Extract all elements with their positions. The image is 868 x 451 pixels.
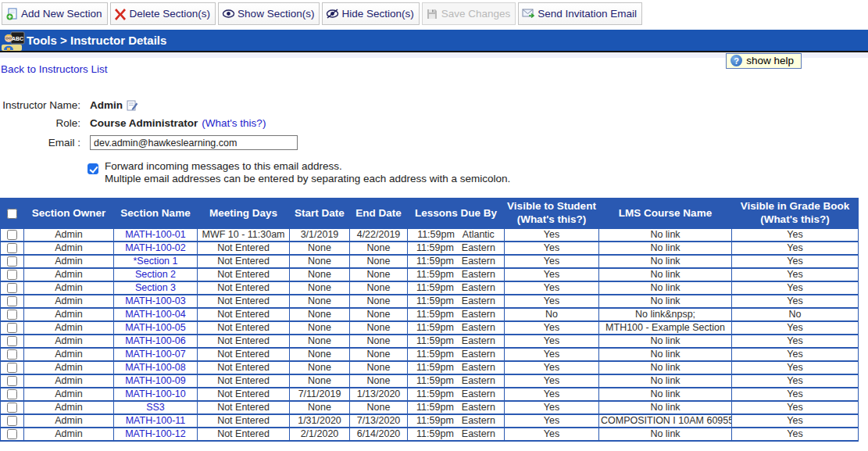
cell-section-name: MATH-100-07: [114, 348, 198, 361]
row-checkbox[interactable]: [7, 270, 17, 280]
cell-lessons-due-by: 11:59pmEastern: [408, 335, 505, 348]
table-row: AdminMATH-100-06Not EnteredNoneNone11:59…: [1, 335, 859, 348]
cell-lms-course-name: No link: [599, 281, 732, 295]
cell-start-date: None: [290, 335, 350, 348]
table-row: Admin*Section 1Not EnteredNoneNone11:59p…: [1, 255, 859, 268]
cell-section-owner: Admin: [24, 308, 114, 321]
title-bar: ABC Tools > Instructor Details: [0, 30, 868, 52]
select-all-checkbox[interactable]: [7, 209, 17, 219]
section-name-link[interactable]: MATH-100-01: [125, 229, 186, 240]
cell-section-owner: Admin: [24, 401, 114, 414]
cell-visible-to-student: Yes: [505, 228, 599, 242]
section-name-link[interactable]: MATH-100-11: [126, 415, 186, 426]
row-checkbox[interactable]: [7, 310, 17, 320]
due-timezone: Eastern: [462, 349, 495, 360]
show-sections-button[interactable]: Show Section(s): [218, 2, 320, 25]
cell-meeting-days: Not Entered: [198, 361, 290, 374]
section-name-link[interactable]: MATH-100-06: [125, 335, 186, 346]
row-checkbox[interactable]: [7, 283, 17, 293]
row-checkbox[interactable]: [7, 349, 17, 360]
table-row: AdminMATH-100-07Not EnteredNoneNone11:59…: [1, 348, 859, 361]
section-name-link[interactable]: MATH-100-05: [125, 322, 186, 333]
row-checkbox[interactable]: [7, 296, 17, 306]
table-row: AdminMATH-100-03Not EnteredNoneNone11:59…: [1, 295, 859, 308]
due-timezone: Eastern: [462, 362, 495, 373]
due-time: 11:59pm: [416, 428, 454, 439]
row-checkbox[interactable]: [7, 376, 17, 386]
section-name-link[interactable]: SS3: [146, 402, 165, 413]
row-checkbox[interactable]: [7, 363, 17, 373]
cell-visible-to-student: Yes: [505, 374, 599, 388]
delete-sections-button[interactable]: Delete Section(s): [110, 2, 216, 25]
row-checkbox[interactable]: [7, 256, 17, 267]
section-name-link[interactable]: MATH-100-09: [125, 375, 186, 386]
cell-lessons-due-by: 11:59pmEastern: [408, 374, 505, 388]
cell-lessons-due-by: 11:59pmEastern: [408, 321, 505, 335]
cell-section-name: MATH-100-02: [114, 242, 198, 255]
section-name-link[interactable]: MATH-100-08: [125, 362, 186, 373]
table-row: AdminMATH-100-01MWF 10 - 11:30am3/1/2019…: [1, 228, 859, 242]
section-name-link[interactable]: *Section 1: [134, 256, 178, 267]
email-field[interactable]: [90, 135, 298, 150]
cell-select: [1, 228, 24, 242]
cell-visible-to-student: Yes: [505, 414, 599, 428]
section-name-link[interactable]: MATH-100-12: [125, 428, 186, 439]
add-new-section-button[interactable]: Add New Section: [2, 2, 108, 25]
cell-section-owner: Admin: [24, 268, 114, 281]
show-help-button[interactable]: ? show help: [726, 53, 802, 69]
cell-lessons-due-by: 11:59pmEastern: [408, 268, 505, 281]
table-row: AdminSS3Not EnteredNoneNone11:59pmEaster…: [1, 401, 859, 414]
email-row: Email :: [0, 135, 868, 150]
svg-text:ABC: ABC: [12, 36, 23, 41]
cell-visible-in-gradebook: Yes: [732, 335, 859, 348]
table-row: AdminMATH-100-05Not EnteredNoneNone11:59…: [1, 321, 859, 335]
cell-section-name: MATH-100-04: [114, 308, 198, 321]
row-checkbox[interactable]: [7, 429, 17, 439]
save-changes-button[interactable]: Save Changes: [422, 2, 516, 25]
due-time: 11:59pm: [416, 309, 454, 320]
due-timezone: Eastern: [462, 375, 495, 386]
section-name-link[interactable]: MATH-100-02: [125, 242, 186, 253]
section-name-link[interactable]: MATH-100-10: [125, 388, 186, 399]
row-checkbox[interactable]: [7, 389, 17, 399]
row-checkbox[interactable]: [7, 336, 17, 346]
cell-section-owner: Admin: [24, 388, 114, 401]
forward-messages-checkbox[interactable]: [88, 163, 98, 174]
row-checkbox[interactable]: [7, 323, 17, 333]
cell-visible-to-student: Yes: [505, 428, 599, 441]
send-invitation-email-button[interactable]: Send Invitation Email: [518, 2, 642, 25]
cell-start-date: None: [290, 268, 350, 281]
edit-name-icon[interactable]: [127, 99, 138, 111]
cell-start-date: None: [290, 401, 350, 414]
row-checkbox[interactable]: [7, 416, 17, 426]
cell-lms-course-name: No link: [599, 242, 732, 255]
delete-icon: [114, 7, 127, 20]
cell-visible-to-student: Yes: [505, 335, 599, 348]
cell-select: [1, 428, 24, 441]
cell-section-name: MATH-100-08: [114, 361, 198, 374]
cell-section-name: MATH-100-10: [114, 388, 198, 401]
section-name-link[interactable]: MATH-100-07: [125, 349, 186, 360]
due-time: 11:59pm: [416, 375, 454, 386]
cell-section-owner: Admin: [24, 374, 114, 388]
row-checkbox[interactable]: [7, 403, 17, 413]
section-name-link[interactable]: Section 2: [135, 269, 176, 280]
section-name-link[interactable]: MATH-100-04: [125, 309, 186, 320]
cell-visible-in-gradebook: Yes: [732, 228, 859, 242]
role-whats-this-link[interactable]: (What's this?): [202, 117, 266, 129]
cell-visible-to-student: Yes: [505, 255, 599, 268]
due-timezone: Eastern: [462, 415, 495, 426]
cell-lessons-due-by: 11:59pmEastern: [408, 242, 505, 255]
row-checkbox[interactable]: [7, 243, 17, 253]
cell-section-name: MATH-100-06: [114, 335, 198, 348]
back-to-instructors-link[interactable]: Back to Instructors List: [1, 63, 108, 75]
cell-visible-in-gradebook: Yes: [732, 401, 859, 414]
section-name-link[interactable]: MATH-100-03: [125, 295, 186, 306]
cell-select: [1, 242, 24, 255]
section-name-link[interactable]: Section 3: [135, 282, 176, 293]
cell-visible-to-student: Yes: [505, 295, 599, 308]
due-timezone: Eastern: [462, 269, 495, 280]
hide-sections-button[interactable]: Hide Section(s): [322, 2, 419, 25]
row-checkbox[interactable]: [7, 230, 17, 240]
cell-section-name: MATH-100-11: [114, 414, 198, 428]
